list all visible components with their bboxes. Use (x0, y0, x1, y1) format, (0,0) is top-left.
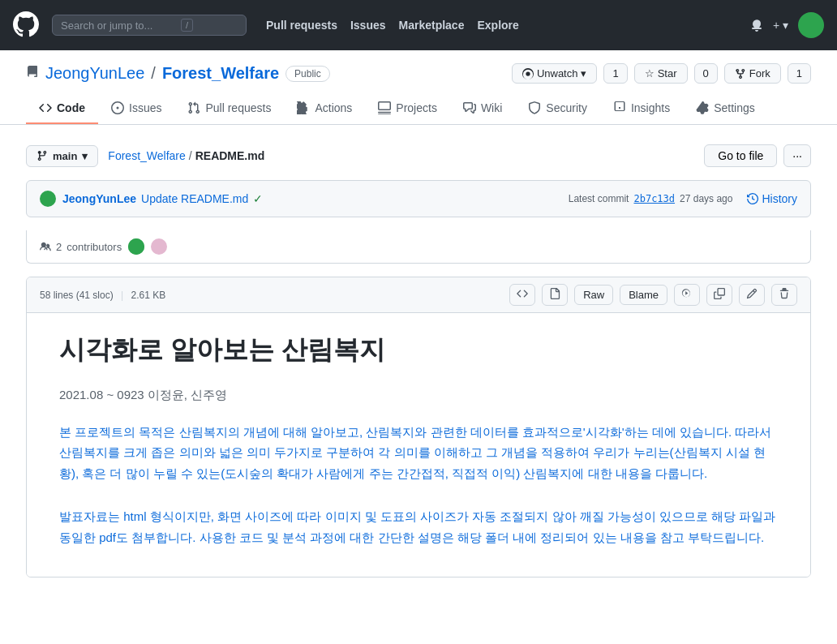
content-area: main ▾ Forest_Welfare / README.md Go to … (0, 125, 837, 597)
file-viewer: 58 lines (41 sloc) | 2.61 KB Raw Blame (26, 277, 811, 577)
commit-hash-link[interactable]: 2b7c13d (633, 193, 675, 204)
readme-paragraph-2: 발표자료는 html 형식이지만, 화면 사이즈에 따라 이미지 및 도표의 사… (59, 506, 778, 547)
create-button[interactable]: + ▾ (773, 19, 788, 32)
fork-count: 1 (788, 63, 811, 84)
readme-date-line: 2021.08 ~ 0923 이정윤, 신주영 (59, 384, 778, 406)
commit-check-icon: ✓ (253, 192, 263, 205)
user-avatar[interactable] (798, 12, 824, 38)
file-lines: 58 lines (41 sloc) (40, 290, 114, 301)
tab-actions[interactable]: Actions (284, 93, 365, 124)
file-size: 2.61 KB (131, 290, 166, 301)
edit-button[interactable] (739, 284, 765, 306)
file-header: 58 lines (41 sloc) | 2.61 KB Raw Blame (27, 277, 810, 313)
readme-paragraph-1: 본 프로젝트의 목적은 산림복지의 개념에 대해 알아보고, 산림복지와 관련한… (59, 422, 778, 484)
commit-time: 27 days ago (680, 193, 732, 204)
star-button[interactable]: ☆ Star (634, 63, 688, 84)
watch-count: 1 (603, 63, 627, 84)
breadcrumb-repo-link[interactable]: Forest_Welfare (108, 149, 185, 162)
desktop-view-button[interactable] (674, 284, 700, 306)
watch-label: Unwatch (537, 67, 578, 79)
contributors-label: 2 contributors (40, 241, 122, 253)
branch-name: main (53, 150, 77, 162)
copy-button[interactable] (706, 284, 732, 306)
repo-tabs: Code Issues Pull requests Actions Projec… (26, 93, 811, 124)
file-actions: Raw Blame (509, 284, 797, 306)
fork-button[interactable]: Fork (724, 63, 781, 84)
more-options-button[interactable]: ··· (783, 144, 811, 167)
commit-message-link[interactable]: Update README.md (141, 192, 248, 205)
commit-author-avatar (40, 191, 56, 207)
repo-name-link[interactable]: Forest_Welfare (162, 64, 279, 83)
repo-separator: / (151, 64, 156, 83)
tab-insights[interactable]: Insights (600, 93, 683, 124)
tab-security[interactable]: Security (515, 93, 600, 124)
file-stats: 58 lines (41 sloc) | 2.61 KB (40, 290, 165, 301)
star-count: 0 (694, 63, 718, 84)
tab-settings[interactable]: Settings (683, 93, 768, 124)
file-view-button[interactable] (542, 284, 568, 306)
breadcrumb: Forest_Welfare / README.md (108, 149, 264, 162)
code-view-button[interactable] (509, 284, 535, 306)
tab-wiki[interactable]: Wiki (450, 93, 515, 124)
star-label: Star (658, 67, 677, 79)
goto-file-button[interactable]: Go to file (704, 144, 777, 167)
search-slash-hint: / (181, 19, 193, 32)
repo-title-row: JeongYunLee / Forest_Welfare Public Unwa… (26, 63, 811, 84)
contributors-bar: 2 contributors (26, 230, 811, 264)
repo-actions: Unwatch ▾ 1 ☆ Star 0 Fork 1 (512, 63, 811, 84)
path-actions: Go to file ··· (704, 144, 811, 167)
top-nav-links: Pull requests Issues Marketplace Explore (266, 19, 519, 32)
svg-point-1 (151, 238, 167, 255)
marketplace-link[interactable]: Marketplace (399, 19, 465, 32)
github-logo[interactable] (13, 11, 39, 40)
history-button[interactable]: History (747, 192, 797, 205)
blame-button[interactable]: Blame (620, 285, 667, 305)
commit-author-link[interactable]: JeongYunLee (62, 192, 136, 205)
breadcrumb-sep: / (189, 149, 192, 162)
pull-requests-link[interactable]: Pull requests (266, 19, 337, 32)
repo-public-badge: Public (285, 66, 330, 82)
repo-owner-link[interactable]: JeongYunLee (45, 64, 144, 83)
raw-button[interactable]: Raw (574, 285, 613, 305)
tab-issues[interactable]: Issues (98, 93, 174, 124)
commit-meta: Latest commit 2b7c13d 27 days ago Histor… (569, 192, 797, 205)
contributor-avatar-1 (128, 238, 144, 255)
repo-icon (26, 66, 39, 81)
path-bar: main ▾ Forest_Welfare / README.md Go to … (26, 144, 811, 167)
delete-button[interactable] (771, 284, 797, 306)
search-box[interactable]: / (52, 15, 247, 36)
svg-point-0 (128, 238, 144, 255)
explore-link[interactable]: Explore (477, 19, 518, 32)
watch-button[interactable]: Unwatch ▾ (512, 63, 598, 84)
top-navigation: / Pull requests Issues Marketplace Explo… (0, 0, 837, 50)
path-bar-left: main ▾ Forest_Welfare / README.md (26, 145, 264, 167)
commit-bar: JeongYunLee Update README.md ✓ Latest co… (26, 180, 811, 217)
file-content: 시각화로 알아보는 산림복지 2021.08 ~ 0923 이정윤, 신주영 본… (27, 313, 810, 577)
breadcrumb-file: README.md (195, 149, 265, 162)
repo-header: JeongYunLee / Forest_Welfare Public Unwa… (0, 50, 837, 125)
tab-projects[interactable]: Projects (365, 93, 450, 124)
contributors-count: 2 (56, 241, 62, 253)
top-nav-right: + ▾ (750, 12, 824, 38)
notifications-button[interactable] (750, 19, 763, 32)
history-label: History (762, 192, 797, 205)
tab-pull-requests[interactable]: Pull requests (174, 93, 284, 124)
branch-selector[interactable]: main ▾ (26, 145, 98, 167)
search-input[interactable] (61, 19, 174, 32)
tab-code[interactable]: Code (26, 93, 98, 124)
latest-commit-label: Latest commit (569, 193, 629, 204)
fork-label: Fork (749, 67, 770, 79)
contributor-avatar-2 (151, 238, 167, 255)
issues-link[interactable]: Issues (350, 19, 386, 32)
contributors-text: contributors (67, 241, 122, 253)
readme-title: 시각화로 알아보는 산림복지 (59, 333, 778, 368)
